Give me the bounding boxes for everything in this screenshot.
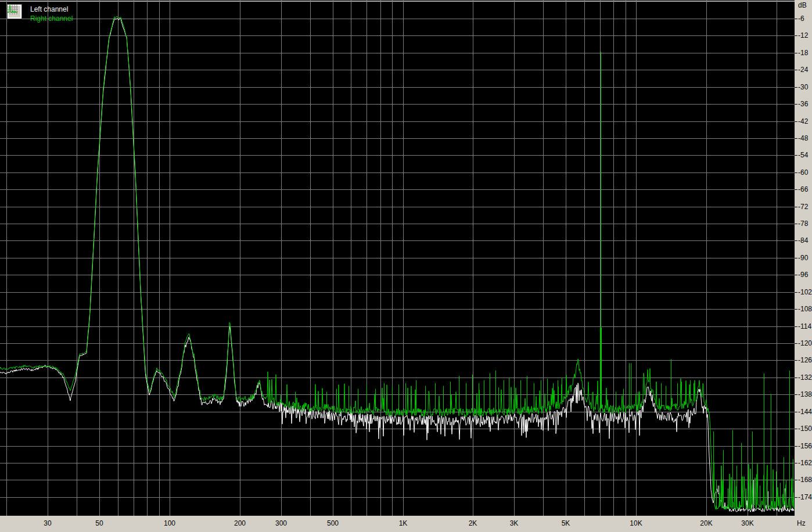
y-tick-mark <box>795 343 797 344</box>
y-tick-mark <box>795 292 797 293</box>
y-tick-label: -168 <box>798 476 812 484</box>
y-tick-mark <box>795 104 797 105</box>
grid-lines <box>0 0 795 516</box>
x-tick-label: 30K <box>734 519 761 527</box>
y-tick-mark <box>795 497 797 498</box>
x-axis-panel: 30501002003005001K2K3K5K10K20K30K Hz <box>0 516 812 532</box>
spike-lines-left <box>630 366 785 510</box>
y-tick-label: -6 <box>798 15 804 23</box>
y-tick-label: -162 <box>798 459 812 467</box>
y-tick-label: -138 <box>798 390 812 398</box>
y-tick-mark <box>795 480 797 480</box>
x-tick-label: 30 <box>34 519 62 527</box>
x-tick-label: 10K <box>622 519 650 527</box>
spectrum-icon[interactable] <box>7 4 22 19</box>
y-tick-mark <box>795 155 797 156</box>
y-tick-mark <box>795 429 797 429</box>
y-tick-label: -96 <box>798 271 808 279</box>
y-tick-mark <box>795 360 797 361</box>
x-tick-label: 100 <box>156 519 184 527</box>
trace-right-channel <box>0 16 794 509</box>
y-tick-label: -144 <box>798 408 812 416</box>
y-tick-mark <box>795 394 797 395</box>
y-tick-label: -84 <box>798 236 808 245</box>
y-tick-mark <box>795 463 797 463</box>
y-tick-mark <box>795 309 797 310</box>
y-tick-label: -72 <box>798 203 808 211</box>
y-tick-mark <box>795 446 797 447</box>
y-tick-mark <box>795 412 797 412</box>
trace-path-right <box>0 16 794 509</box>
y-tick-mark <box>795 53 797 53</box>
y-tick-label: -90 <box>798 254 808 262</box>
y-tick-label: -12 <box>798 31 808 39</box>
y-tick-mark <box>795 172 797 173</box>
spectrum-chart <box>0 0 795 516</box>
y-tick-mark <box>795 35 797 36</box>
y-tick-mark <box>795 207 797 207</box>
mini-spectrum-glyph <box>8 5 18 15</box>
spectrum-analyzer-window: Left channel Right channel dB -6-12-18-2… <box>0 0 812 532</box>
y-axis-panel: dB -6-12-18-24-30-36-42-48-54-60-66-72-7… <box>795 0 812 532</box>
y-tick-mark <box>795 240 797 241</box>
y-tick-mark <box>795 19 797 19</box>
y-tick-mark <box>795 275 797 275</box>
y-tick-mark <box>795 189 797 190</box>
y-tick-mark <box>795 138 797 139</box>
y-tick-label: -132 <box>798 373 812 382</box>
y-axis-unit-label: dB <box>798 1 807 9</box>
x-axis-unit-label: Hz <box>797 519 806 527</box>
y-tick-label: -66 <box>798 185 808 193</box>
x-tick-label: 3K <box>500 519 528 527</box>
x-tick-label: 200 <box>226 519 254 527</box>
legend-label-left-channel: Left channel <box>30 5 68 13</box>
y-tick-label: -48 <box>798 134 808 142</box>
x-tick-label: 50 <box>85 519 113 527</box>
y-tick-label: -150 <box>798 425 812 433</box>
plot-area: Left channel Right channel <box>0 0 795 516</box>
y-tick-label: -102 <box>798 288 812 296</box>
legend-label-right-channel: Right channel <box>30 15 73 23</box>
x-tick-label: 2K <box>459 519 487 527</box>
y-tick-mark <box>795 121 797 122</box>
trace-left-channel <box>0 19 794 512</box>
y-tick-mark <box>795 87 797 88</box>
y-tick-mark <box>795 326 797 327</box>
spike-lines-right <box>281 52 793 507</box>
y-tick-label: -120 <box>798 339 812 347</box>
y-tick-label: -126 <box>798 356 812 364</box>
y-tick-label: -174 <box>798 493 812 501</box>
y-tick-label: -30 <box>798 83 808 91</box>
x-tick-label: 300 <box>267 519 295 527</box>
y-tick-label: -156 <box>798 442 812 450</box>
y-tick-mark <box>795 258 797 258</box>
y-tick-mark <box>795 378 797 378</box>
x-tick-label: 20K <box>692 519 720 527</box>
y-tick-label: -42 <box>798 117 808 125</box>
y-tick-label: -36 <box>798 100 808 108</box>
trace-path-left <box>0 19 794 512</box>
y-tick-mark <box>795 70 797 70</box>
y-tick-label: -78 <box>798 220 808 228</box>
y-tick-label: -18 <box>798 49 808 57</box>
y-tick-mark <box>795 224 797 224</box>
y-tick-label: -108 <box>798 305 812 313</box>
x-tick-label: 1K <box>389 519 417 527</box>
y-tick-label: -60 <box>798 168 808 177</box>
y-tick-label: -54 <box>798 151 808 159</box>
y-tick-label: -114 <box>798 322 811 330</box>
x-tick-label: 500 <box>319 519 347 527</box>
y-tick-label: -24 <box>798 66 808 74</box>
x-tick-label: 5K <box>552 519 580 527</box>
